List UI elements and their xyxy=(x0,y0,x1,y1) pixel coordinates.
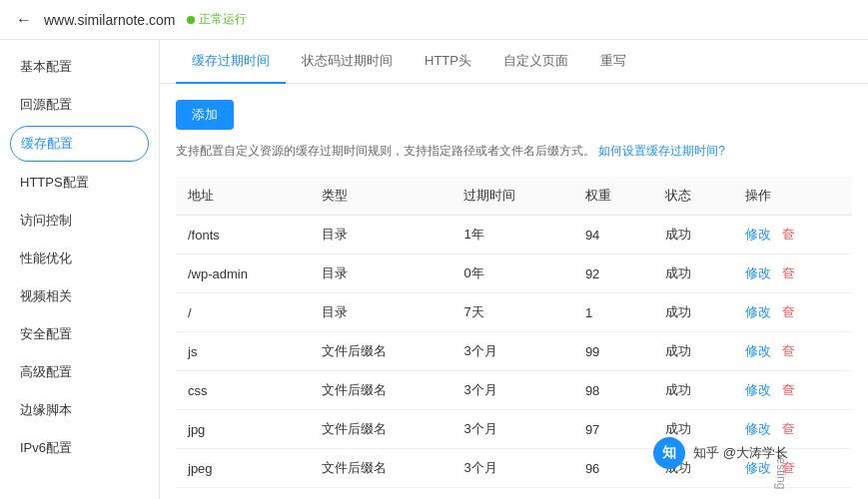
sidebar-item-basic[interactable]: 基本配置 xyxy=(0,48,159,86)
sidebar-item-origin[interactable]: 回源配置 xyxy=(0,86,159,124)
header: ← www.similarnote.com 正常运行 xyxy=(0,0,868,40)
edit-button[interactable]: 修改 xyxy=(745,343,771,358)
cache-table: 地址 类型 过期时间 权重 状态 操作 /fonts 目录 1年 94 成功 xyxy=(176,177,852,499)
cell-type: 文件后缀名 xyxy=(310,410,451,449)
cell-weight: 97 xyxy=(573,410,653,449)
cell-weight: 94 xyxy=(573,216,653,254)
cell-status: 成功 xyxy=(653,216,733,254)
cell-expire: 3个月 xyxy=(451,371,572,410)
table-header-row: 地址 类型 过期时间 权重 状态 操作 xyxy=(176,177,852,216)
tab-content-area: 添加 支持配置自定义资源的缓存过期时间规则，支持指定路径或者文件名后缀方式。 如… xyxy=(160,84,868,499)
cell-type: 文件后缀名 xyxy=(310,371,451,410)
cell-weight: 92 xyxy=(573,254,653,293)
delete-button[interactable]: 奆 xyxy=(782,382,795,397)
cell-address: / xyxy=(176,293,310,332)
cell-address: jpeg xyxy=(176,449,310,488)
col-weight: 权重 xyxy=(573,177,653,216)
table-row: js 文件后缀名 3个月 99 成功 修改 奆 xyxy=(176,332,852,371)
sidebar-item-access[interactable]: 访问控制 xyxy=(0,202,159,240)
cell-action: 修改 奆 xyxy=(733,293,852,332)
delete-button[interactable]: 奆 xyxy=(782,421,795,436)
cell-status: 成功 xyxy=(653,449,733,488)
cell-weight: 98 xyxy=(573,371,653,410)
edit-button[interactable]: 修改 xyxy=(745,382,771,397)
cell-type: 文件后缀名 xyxy=(310,332,451,371)
edit-button[interactable]: 修改 xyxy=(745,265,771,280)
cell-action: 修改 奆 xyxy=(733,216,852,254)
sidebar-item-performance[interactable]: 性能优化 xyxy=(0,240,159,277)
cell-weight: 1 xyxy=(573,293,653,332)
tab-cache-expire[interactable]: 缓存过期时间 xyxy=(176,40,286,84)
delete-button[interactable]: 奆 xyxy=(782,265,795,280)
table-row: jpg 文件后缀名 3个月 97 成功 修改 奆 xyxy=(176,410,852,449)
sidebar-item-video[interactable]: 视频相关 xyxy=(0,277,159,315)
cell-expire: 3个月 xyxy=(451,449,572,488)
cell-status: 成功 xyxy=(653,410,733,449)
cell-status: 成功 xyxy=(653,254,733,293)
table-row: / 目录 7天 1 成功 修改 奆 xyxy=(176,293,852,332)
cell-type: 目录 xyxy=(310,293,451,332)
status-indicator: 正常运行 xyxy=(187,11,247,28)
cell-status: 成功 xyxy=(653,488,733,499)
cell-weight: 95 xyxy=(573,488,653,499)
help-link[interactable]: 如何设置缓存过期时间? xyxy=(598,144,725,158)
status-dot-icon xyxy=(187,16,195,24)
cell-status: 成功 xyxy=(653,332,733,371)
cell-expire: 3个月 xyxy=(451,488,572,499)
cell-address: jpg xyxy=(176,410,310,449)
cell-address: /fonts xyxy=(176,216,310,254)
edit-button[interactable]: 修改 xyxy=(745,421,771,436)
cell-address: css xyxy=(176,371,310,410)
edit-button[interactable]: 修改 xyxy=(745,304,771,319)
sidebar-item-advanced[interactable]: 高级配置 xyxy=(0,353,159,391)
status-label: 正常运行 xyxy=(199,11,247,28)
cell-action: 修改 奆 xyxy=(733,488,852,499)
table-row: jpeg 文件后缀名 3个月 96 成功 修改 奆 xyxy=(176,449,852,488)
cell-weight: 96 xyxy=(573,449,653,488)
cell-action: 修改 奆 xyxy=(733,410,852,449)
back-button[interactable]: ← xyxy=(16,11,32,29)
tab-status-expire[interactable]: 状态码过期时间 xyxy=(286,40,409,84)
col-address: 地址 xyxy=(176,177,310,216)
delete-button[interactable]: 奆 xyxy=(782,460,795,475)
delete-button[interactable]: 奆 xyxy=(782,227,795,242)
edit-button[interactable]: 修改 xyxy=(745,460,771,475)
col-status: 状态 xyxy=(653,177,733,216)
tab-rewrite[interactable]: 重写 xyxy=(584,40,642,84)
cell-address: js xyxy=(176,332,310,371)
cell-type: 文件后缀名 xyxy=(310,488,451,499)
table-row: css 文件后缀名 3个月 98 成功 修改 奆 xyxy=(176,371,852,410)
delete-button[interactable]: 奆 xyxy=(782,304,795,319)
sidebar-item-security[interactable]: 安全配置 xyxy=(0,315,159,353)
cell-address: /wp-admin xyxy=(176,254,310,293)
tab-bar: 缓存过期时间 状态码过期时间 HTTP头 自定义页面 重写 xyxy=(160,40,868,84)
cell-action: 修改 奆 xyxy=(733,371,852,410)
cell-expire: 0年 xyxy=(451,254,572,293)
cell-address: png xyxy=(176,488,310,499)
sidebar-item-https[interactable]: HTTPS配置 xyxy=(0,164,159,202)
cell-type: 目录 xyxy=(310,254,451,293)
edit-button[interactable]: 修改 xyxy=(745,227,771,242)
cell-expire: 7天 xyxy=(451,293,572,332)
cell-action: 修改 奆 xyxy=(733,254,852,293)
cell-status: 成功 xyxy=(653,293,733,332)
cell-expire: 3个月 xyxy=(451,410,572,449)
col-type: 类型 xyxy=(310,177,451,216)
sidebar-item-edge[interactable]: 边缘脚本 xyxy=(0,391,159,429)
add-button[interactable]: 添加 xyxy=(176,100,234,130)
table-row: /wp-admin 目录 0年 92 成功 修改 奆 xyxy=(176,254,852,293)
sidebar-item-cache[interactable]: 缓存配置 xyxy=(10,126,149,162)
sidebar-item-ipv6[interactable]: IPv6配置 xyxy=(0,429,159,467)
table-row: /fonts 目录 1年 94 成功 修改 奆 xyxy=(176,216,852,254)
tab-http-header[interactable]: HTTP头 xyxy=(409,40,487,84)
sidebar: 基本配置 回源配置 缓存配置 HTTPS配置 访问控制 性能优化 视频相关 安全… xyxy=(0,40,160,499)
col-expire: 过期时间 xyxy=(451,177,572,216)
cell-expire: 1年 xyxy=(451,216,572,254)
main-content: 缓存过期时间 状态码过期时间 HTTP头 自定义页面 重写 添加 支持配置自定义… xyxy=(160,40,868,499)
cell-expire: 3个月 xyxy=(451,332,572,371)
site-url: www.similarnote.com xyxy=(44,12,175,28)
cell-type: 目录 xyxy=(310,216,451,254)
tab-custom-page[interactable]: 自定义页面 xyxy=(487,40,584,84)
description-text: 支持配置自定义资源的缓存过期时间规则，支持指定路径或者文件名后缀方式。 如何设置… xyxy=(176,142,852,161)
delete-button[interactable]: 奆 xyxy=(782,343,795,358)
